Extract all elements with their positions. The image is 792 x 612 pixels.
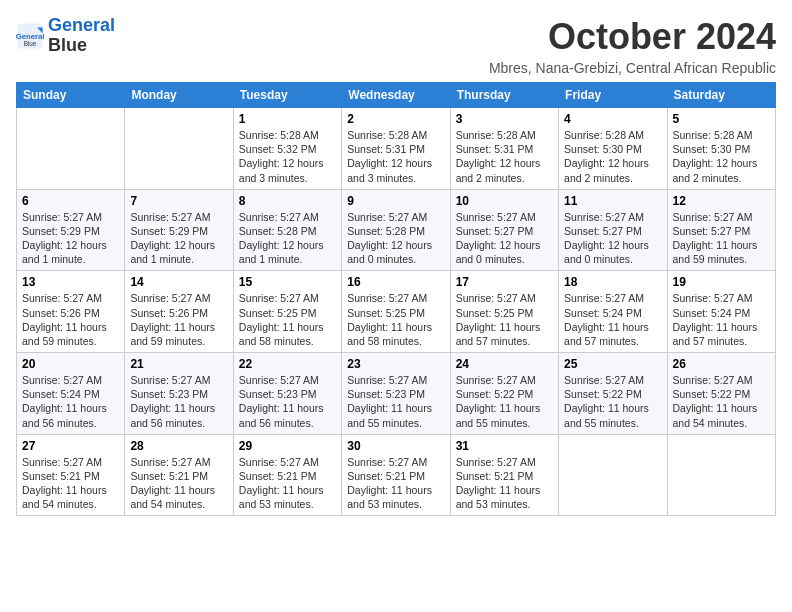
day-info: Sunrise: 5:27 AM Sunset: 5:25 PM Dayligh… [347,291,444,348]
day-info: Sunrise: 5:28 AM Sunset: 5:30 PM Dayligh… [673,128,770,185]
calendar-cell: 17Sunrise: 5:27 AM Sunset: 5:25 PM Dayli… [450,271,558,353]
day-number: 6 [22,194,119,208]
day-info: Sunrise: 5:27 AM Sunset: 5:25 PM Dayligh… [239,291,336,348]
day-info: Sunrise: 5:27 AM Sunset: 5:23 PM Dayligh… [130,373,227,430]
day-info: Sunrise: 5:27 AM Sunset: 5:24 PM Dayligh… [673,291,770,348]
calendar-cell: 5Sunrise: 5:28 AM Sunset: 5:30 PM Daylig… [667,108,775,190]
day-number: 11 [564,194,661,208]
calendar-week-row: 20Sunrise: 5:27 AM Sunset: 5:24 PM Dayli… [17,353,776,435]
calendar-cell: 18Sunrise: 5:27 AM Sunset: 5:24 PM Dayli… [559,271,667,353]
logo: General Blue General Blue [16,16,115,56]
day-info: Sunrise: 5:27 AM Sunset: 5:23 PM Dayligh… [347,373,444,430]
day-number: 4 [564,112,661,126]
day-info: Sunrise: 5:27 AM Sunset: 5:27 PM Dayligh… [673,210,770,267]
calendar-cell: 10Sunrise: 5:27 AM Sunset: 5:27 PM Dayli… [450,189,558,271]
day-number: 26 [673,357,770,371]
day-number: 20 [22,357,119,371]
calendar-cell: 2Sunrise: 5:28 AM Sunset: 5:31 PM Daylig… [342,108,450,190]
day-number: 23 [347,357,444,371]
day-number: 2 [347,112,444,126]
day-info: Sunrise: 5:27 AM Sunset: 5:28 PM Dayligh… [347,210,444,267]
day-info: Sunrise: 5:27 AM Sunset: 5:21 PM Dayligh… [130,455,227,512]
calendar-cell: 8Sunrise: 5:27 AM Sunset: 5:28 PM Daylig… [233,189,341,271]
day-number: 15 [239,275,336,289]
calendar-cell: 22Sunrise: 5:27 AM Sunset: 5:23 PM Dayli… [233,353,341,435]
day-info: Sunrise: 5:27 AM Sunset: 5:21 PM Dayligh… [239,455,336,512]
calendar-cell: 28Sunrise: 5:27 AM Sunset: 5:21 PM Dayli… [125,434,233,516]
day-info: Sunrise: 5:27 AM Sunset: 5:26 PM Dayligh… [130,291,227,348]
calendar-cell: 24Sunrise: 5:27 AM Sunset: 5:22 PM Dayli… [450,353,558,435]
day-info: Sunrise: 5:27 AM Sunset: 5:27 PM Dayligh… [456,210,553,267]
day-info: Sunrise: 5:27 AM Sunset: 5:27 PM Dayligh… [564,210,661,267]
calendar-cell: 25Sunrise: 5:27 AM Sunset: 5:22 PM Dayli… [559,353,667,435]
calendar-cell: 29Sunrise: 5:27 AM Sunset: 5:21 PM Dayli… [233,434,341,516]
weekday-header: Wednesday [342,83,450,108]
calendar-table: SundayMondayTuesdayWednesdayThursdayFrid… [16,82,776,516]
calendar-cell: 9Sunrise: 5:27 AM Sunset: 5:28 PM Daylig… [342,189,450,271]
calendar-cell: 7Sunrise: 5:27 AM Sunset: 5:29 PM Daylig… [125,189,233,271]
title-block: October 2024 Mbres, Nana-Grebizi, Centra… [489,16,776,76]
day-number: 13 [22,275,119,289]
calendar-cell: 20Sunrise: 5:27 AM Sunset: 5:24 PM Dayli… [17,353,125,435]
calendar-cell: 14Sunrise: 5:27 AM Sunset: 5:26 PM Dayli… [125,271,233,353]
day-info: Sunrise: 5:27 AM Sunset: 5:25 PM Dayligh… [456,291,553,348]
day-info: Sunrise: 5:28 AM Sunset: 5:31 PM Dayligh… [456,128,553,185]
day-info: Sunrise: 5:27 AM Sunset: 5:21 PM Dayligh… [347,455,444,512]
day-number: 9 [347,194,444,208]
calendar-week-row: 6Sunrise: 5:27 AM Sunset: 5:29 PM Daylig… [17,189,776,271]
weekday-header: Tuesday [233,83,341,108]
day-number: 7 [130,194,227,208]
day-info: Sunrise: 5:27 AM Sunset: 5:29 PM Dayligh… [22,210,119,267]
day-info: Sunrise: 5:27 AM Sunset: 5:22 PM Dayligh… [456,373,553,430]
day-number: 28 [130,439,227,453]
calendar-header-row: SundayMondayTuesdayWednesdayThursdayFrid… [17,83,776,108]
day-info: Sunrise: 5:28 AM Sunset: 5:31 PM Dayligh… [347,128,444,185]
svg-text:Blue: Blue [24,40,37,47]
day-info: Sunrise: 5:27 AM Sunset: 5:23 PM Dayligh… [239,373,336,430]
calendar-cell: 26Sunrise: 5:27 AM Sunset: 5:22 PM Dayli… [667,353,775,435]
day-info: Sunrise: 5:28 AM Sunset: 5:30 PM Dayligh… [564,128,661,185]
calendar-cell: 1Sunrise: 5:28 AM Sunset: 5:32 PM Daylig… [233,108,341,190]
calendar-cell [125,108,233,190]
day-info: Sunrise: 5:28 AM Sunset: 5:32 PM Dayligh… [239,128,336,185]
calendar-cell: 13Sunrise: 5:27 AM Sunset: 5:26 PM Dayli… [17,271,125,353]
calendar-cell: 21Sunrise: 5:27 AM Sunset: 5:23 PM Dayli… [125,353,233,435]
weekday-header: Monday [125,83,233,108]
day-number: 21 [130,357,227,371]
day-info: Sunrise: 5:27 AM Sunset: 5:24 PM Dayligh… [564,291,661,348]
logo-text: General Blue [48,16,115,56]
day-number: 24 [456,357,553,371]
day-number: 12 [673,194,770,208]
weekday-header: Friday [559,83,667,108]
weekday-header: Thursday [450,83,558,108]
day-number: 16 [347,275,444,289]
calendar-cell: 15Sunrise: 5:27 AM Sunset: 5:25 PM Dayli… [233,271,341,353]
calendar-cell: 31Sunrise: 5:27 AM Sunset: 5:21 PM Dayli… [450,434,558,516]
day-number: 17 [456,275,553,289]
calendar-week-row: 1Sunrise: 5:28 AM Sunset: 5:32 PM Daylig… [17,108,776,190]
day-number: 19 [673,275,770,289]
calendar-cell: 23Sunrise: 5:27 AM Sunset: 5:23 PM Dayli… [342,353,450,435]
calendar-cell: 30Sunrise: 5:27 AM Sunset: 5:21 PM Dayli… [342,434,450,516]
day-number: 10 [456,194,553,208]
day-info: Sunrise: 5:27 AM Sunset: 5:24 PM Dayligh… [22,373,119,430]
calendar-cell: 27Sunrise: 5:27 AM Sunset: 5:21 PM Dayli… [17,434,125,516]
day-number: 14 [130,275,227,289]
day-info: Sunrise: 5:27 AM Sunset: 5:22 PM Dayligh… [673,373,770,430]
day-info: Sunrise: 5:27 AM Sunset: 5:22 PM Dayligh… [564,373,661,430]
day-number: 25 [564,357,661,371]
day-number: 18 [564,275,661,289]
day-number: 3 [456,112,553,126]
calendar-cell [559,434,667,516]
day-number: 8 [239,194,336,208]
day-info: Sunrise: 5:27 AM Sunset: 5:21 PM Dayligh… [22,455,119,512]
location-subtitle: Mbres, Nana-Grebizi, Central African Rep… [489,60,776,76]
weekday-header: Saturday [667,83,775,108]
calendar-week-row: 13Sunrise: 5:27 AM Sunset: 5:26 PM Dayli… [17,271,776,353]
day-number: 31 [456,439,553,453]
calendar-cell [667,434,775,516]
page-header: General Blue General Blue October 2024 M… [16,16,776,76]
weekday-header: Sunday [17,83,125,108]
month-title: October 2024 [489,16,776,58]
calendar-cell: 11Sunrise: 5:27 AM Sunset: 5:27 PM Dayli… [559,189,667,271]
